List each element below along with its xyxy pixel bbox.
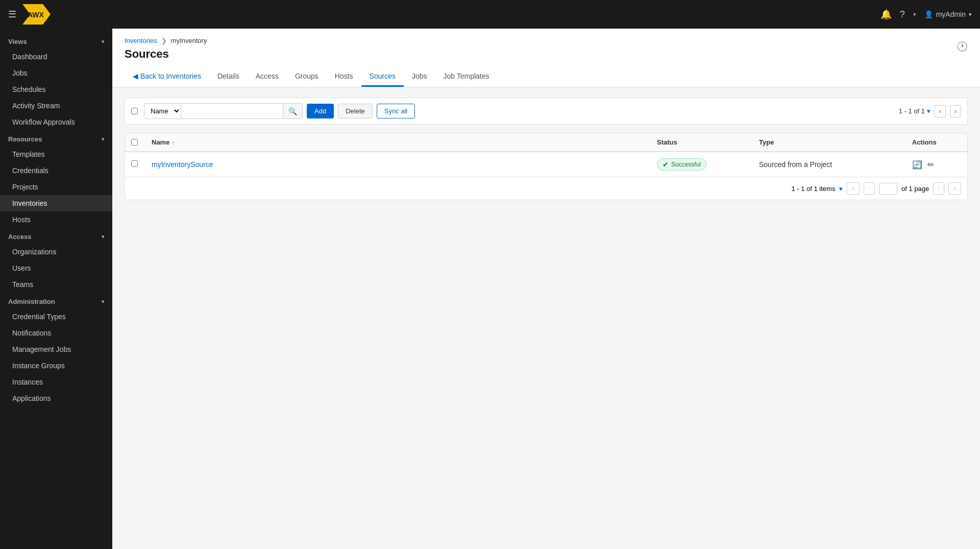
breadcrumb-myinventory: myInventory: [171, 37, 207, 44]
pagination-dropdown[interactable]: ▾: [927, 107, 930, 115]
awx-logo-svg: AWX: [22, 4, 53, 25]
sidebar-item-hosts[interactable]: Hosts: [0, 211, 112, 228]
sidebar-item-jobs[interactable]: Jobs: [0, 65, 112, 81]
sidebar-item-users[interactable]: Users: [0, 260, 112, 276]
toolbar-right: 1 - 1 of 1 ▾ ‹ ›: [899, 105, 961, 117]
sidebar-item-notifications[interactable]: Notifications: [0, 325, 112, 341]
sidebar-item-templates[interactable]: Templates: [0, 146, 112, 162]
sidebar-item-schedules[interactable]: Schedules: [0, 81, 112, 98]
items-count-text: 1 - 1 of 1 items: [791, 185, 835, 193]
user-chevron-icon: ▾: [969, 11, 972, 18]
awx-logo[interactable]: AWX: [22, 4, 53, 25]
status-badge: ✔ Successful: [657, 158, 706, 171]
notification-icon[interactable]: 🔔: [880, 9, 892, 20]
sidebar-section-resources[interactable]: Resources ▾: [0, 130, 112, 146]
tab-access[interactable]: Access: [248, 67, 287, 87]
sidebar-item-applications[interactable]: Applications: [0, 390, 112, 407]
sidebar-item-teams[interactable]: Teams: [0, 276, 112, 293]
status-dot-icon: ✔: [663, 160, 669, 169]
resources-chevron-icon: ▾: [102, 136, 104, 142]
page-number-input[interactable]: 1: [879, 183, 897, 195]
svg-text:AWX: AWX: [28, 11, 44, 19]
of-page-text: of 1 page: [901, 185, 929, 193]
sidebar-section-views[interactable]: Views ▾: [0, 33, 112, 49]
breadcrumb-inventories[interactable]: Inventories: [125, 37, 157, 44]
sidebar-item-credential-types[interactable]: Credential Types: [0, 308, 112, 325]
sidebar-section-administration[interactable]: Administration ▾: [0, 293, 112, 308]
user-menu[interactable]: 👤 myAdmin ▾: [924, 10, 972, 18]
views-chevron-icon: ▾: [102, 39, 104, 44]
items-dropdown-icon[interactable]: ▾: [839, 185, 843, 193]
help-icon[interactable]: ?: [900, 9, 905, 20]
sidebar-item-instances[interactable]: Instances: [0, 374, 112, 390]
table-row: myInventorySource ✔ Successful Sourced f…: [125, 152, 967, 177]
administration-chevron-icon: ▾: [102, 299, 104, 304]
sidebar-item-workflow-approvals[interactable]: Workflow Approvals: [0, 114, 112, 130]
row-select-checkbox[interactable]: [131, 160, 138, 167]
action-icons: 🔄 ✏: [912, 160, 961, 170]
delete-button[interactable]: Delete: [338, 104, 373, 118]
prev-page-btn-bottom[interactable]: ‹: [864, 182, 875, 195]
filter-select[interactable]: Name: [144, 104, 181, 118]
next-page-btn-bottom[interactable]: ›: [933, 182, 944, 195]
sidebar-item-management-jobs[interactable]: Management Jobs: [0, 341, 112, 357]
search-button[interactable]: 🔍: [283, 104, 302, 118]
content-area: Name 🔍 Add Delete Sync all 1 - 1 of 1 ▾ …: [112, 87, 980, 549]
row-status: ✔ Successful: [651, 152, 753, 177]
sidebar-item-credentials[interactable]: Credentials: [0, 162, 112, 179]
sidebar-item-projects[interactable]: Projects: [0, 179, 112, 195]
th-actions: Actions: [906, 133, 967, 151]
pagination-info: 1 - 1 of 1 ▾: [899, 107, 930, 115]
data-table: Name ↑ Status Type Actions: [125, 133, 968, 177]
tab-hosts[interactable]: Hosts: [327, 67, 361, 87]
tab-job-templates[interactable]: Job Templates: [435, 67, 498, 87]
row-name: myInventorySource: [145, 154, 651, 175]
th-type: Type: [753, 133, 906, 151]
app-body: Views ▾ Dashboard Jobs Schedules Activit…: [0, 29, 980, 549]
last-page-button[interactable]: »: [948, 182, 961, 195]
tab-sources[interactable]: Sources: [361, 67, 404, 87]
edit-icon[interactable]: ✏: [927, 160, 934, 170]
tab-groups[interactable]: Groups: [287, 67, 327, 87]
tab-back-to-inventories[interactable]: ◀ Back to Inventories: [125, 67, 209, 87]
sidebar-item-dashboard[interactable]: Dashboard: [0, 49, 112, 65]
source-name-link[interactable]: myInventorySource: [152, 160, 213, 169]
first-page-button[interactable]: «: [847, 182, 860, 195]
breadcrumb-separator: ❯: [161, 37, 167, 44]
filter-input[interactable]: [181, 104, 283, 118]
sidebar-section-access[interactable]: Access ▾: [0, 228, 112, 244]
prev-page-button[interactable]: ‹: [935, 105, 946, 117]
sidebar-item-inventories[interactable]: Inventories: [0, 195, 112, 211]
top-nav-left: ☰ AWX: [8, 4, 53, 25]
tab-jobs[interactable]: Jobs: [404, 67, 435, 87]
main-content: Inventories ❯ myInventory Sources 🕐 ◀ Ba…: [112, 29, 980, 549]
sidebar-item-organizations[interactable]: Organizations: [0, 244, 112, 260]
page-header: Inventories ❯ myInventory Sources 🕐 ◀ Ba…: [112, 29, 980, 87]
add-button[interactable]: Add: [307, 104, 334, 118]
user-label: myAdmin: [936, 10, 966, 18]
next-page-button[interactable]: ›: [950, 105, 961, 117]
row-actions: 🔄 ✏: [906, 154, 967, 176]
header-select-all[interactable]: [131, 139, 138, 146]
breadcrumb: Inventories ❯ myInventory: [125, 37, 207, 44]
top-nav: ☰ AWX 🔔 ? ▾ 👤 myAdmin ▾: [0, 0, 980, 29]
hamburger-icon[interactable]: ☰: [8, 9, 16, 20]
sidebar-item-instance-groups[interactable]: Instance Groups: [0, 357, 112, 374]
sync-all-button[interactable]: Sync all: [377, 104, 415, 118]
bottom-pagination: 1 - 1 of 1 items ▾ « ‹ 1 of 1 page › »: [125, 177, 968, 200]
sidebar: Views ▾ Dashboard Jobs Schedules Activit…: [0, 29, 112, 549]
toolbar-left: Name 🔍 Add Delete Sync all: [131, 103, 895, 119]
th-name[interactable]: Name ↑: [145, 133, 651, 151]
th-checkbox: [125, 133, 145, 151]
tab-details[interactable]: Details: [209, 67, 248, 87]
filter-select-wrapper: Name 🔍: [144, 103, 303, 119]
top-nav-right: 🔔 ? ▾ 👤 myAdmin ▾: [880, 9, 972, 20]
row-checkbox: [125, 154, 145, 175]
help-chevron[interactable]: ▾: [913, 11, 916, 18]
sidebar-item-activity-stream[interactable]: Activity Stream: [0, 98, 112, 114]
select-all-checkbox[interactable]: [131, 108, 138, 114]
tabs: ◀ Back to Inventories Details Access Gro…: [125, 67, 968, 87]
sync-icon[interactable]: 🔄: [912, 160, 922, 170]
history-icon[interactable]: 🕐: [957, 41, 968, 52]
table-header: Name ↑ Status Type Actions: [125, 133, 967, 152]
